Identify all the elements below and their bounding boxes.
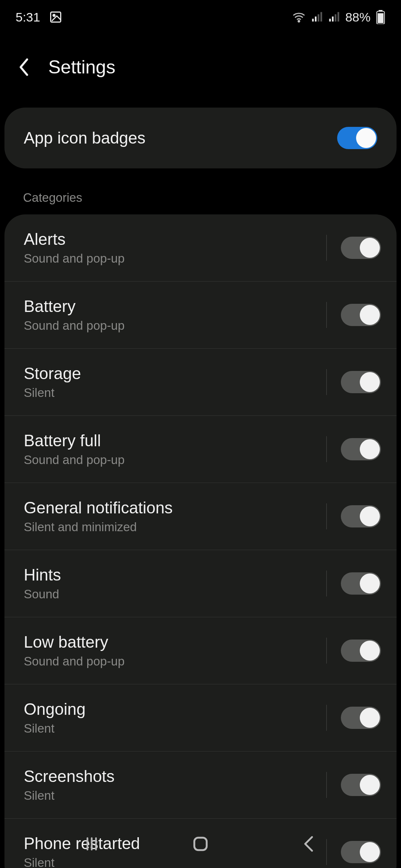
category-subtitle: Silent <box>24 789 323 803</box>
category-toggle[interactable] <box>341 237 381 259</box>
category-title: Battery <box>24 297 323 316</box>
wifi-icon <box>292 11 306 23</box>
category-row[interactable]: Battery fullSound and pop-up <box>4 416 397 483</box>
svg-rect-9 <box>335 14 336 22</box>
app-icon-badges-toggle[interactable] <box>337 127 377 149</box>
category-title: Storage <box>24 364 323 383</box>
svg-point-1 <box>53 14 55 16</box>
vertical-divider <box>326 705 327 731</box>
svg-rect-7 <box>329 19 331 22</box>
category-row[interactable]: BatterySound and pop-up <box>4 282 397 349</box>
category-row[interactable]: Low batterySound and pop-up <box>4 617 397 684</box>
vertical-divider <box>326 638 327 664</box>
signal-icon-2 <box>328 11 340 23</box>
category-toggle[interactable] <box>341 640 381 662</box>
category-subtitle: Silent <box>24 721 323 736</box>
back-button[interactable] <box>17 60 32 75</box>
category-title: Battery full <box>24 431 323 450</box>
category-row[interactable]: HintsSound <box>4 550 397 617</box>
svg-rect-5 <box>317 14 319 22</box>
nav-back-button[interactable] <box>294 829 324 859</box>
category-subtitle: Sound and pop-up <box>24 251 323 266</box>
svg-rect-17 <box>194 838 206 850</box>
vertical-divider <box>326 503 327 529</box>
signal-icon <box>311 11 323 23</box>
category-row[interactable]: ScreenshotsSilent <box>4 752 397 819</box>
category-subtitle: Silent <box>24 386 323 400</box>
home-button[interactable] <box>186 829 215 859</box>
category-subtitle: Sound and pop-up <box>24 453 323 467</box>
vertical-divider <box>326 772 327 798</box>
category-row[interactable]: General notificationsSilent and minimize… <box>4 483 397 550</box>
category-toggle[interactable] <box>341 304 381 326</box>
status-time: 5:31 <box>16 10 40 24</box>
category-title: General notifications <box>24 499 323 517</box>
svg-rect-3 <box>312 19 314 22</box>
svg-rect-8 <box>332 17 334 22</box>
category-toggle[interactable] <box>341 707 381 729</box>
svg-rect-10 <box>338 12 339 22</box>
category-toggle[interactable] <box>341 774 381 796</box>
category-subtitle: Sound and pop-up <box>24 654 323 668</box>
category-toggle[interactable] <box>341 438 381 460</box>
app-icon-badges-row[interactable]: App icon badges <box>4 108 397 168</box>
category-title: Low battery <box>24 633 323 651</box>
category-subtitle: Silent and minimized <box>24 520 323 534</box>
app-icon-badges-card: App icon badges <box>4 108 397 168</box>
app-icon-badges-label: App icon badges <box>24 129 146 147</box>
category-row[interactable]: AlertsSound and pop-up <box>4 214 397 282</box>
category-title: Hints <box>24 566 323 584</box>
vertical-divider <box>326 235 327 261</box>
recents-button[interactable] <box>77 829 107 859</box>
svg-rect-13 <box>378 13 384 23</box>
app-bar: Settings <box>0 34 401 108</box>
category-title: Screenshots <box>24 767 323 786</box>
categories-list: AlertsSound and pop-upBatterySound and p… <box>4 214 397 868</box>
svg-rect-6 <box>320 12 322 22</box>
category-toggle[interactable] <box>341 505 381 527</box>
category-title: Alerts <box>24 230 323 249</box>
gallery-icon <box>49 10 62 24</box>
status-bar: 5:31 <box>0 0 401 34</box>
svg-rect-4 <box>315 17 317 22</box>
vertical-divider <box>326 571 327 596</box>
category-subtitle: Sound <box>24 587 323 601</box>
category-row[interactable]: OngoingSilent <box>4 684 397 752</box>
category-subtitle: Sound and pop-up <box>24 319 323 333</box>
category-row[interactable]: StorageSilent <box>4 349 397 416</box>
categories-header: Categories <box>0 168 401 214</box>
page-title: Settings <box>48 56 115 78</box>
svg-point-2 <box>298 20 300 22</box>
category-toggle[interactable] <box>341 572 381 595</box>
vertical-divider <box>326 302 327 328</box>
vertical-divider <box>326 436 327 462</box>
category-toggle[interactable] <box>341 371 381 393</box>
battery-icon <box>376 10 385 24</box>
battery-percentage: 88% <box>345 10 371 24</box>
category-title: Ongoing <box>24 700 323 719</box>
vertical-divider <box>326 369 327 395</box>
navigation-bar <box>0 820 401 868</box>
